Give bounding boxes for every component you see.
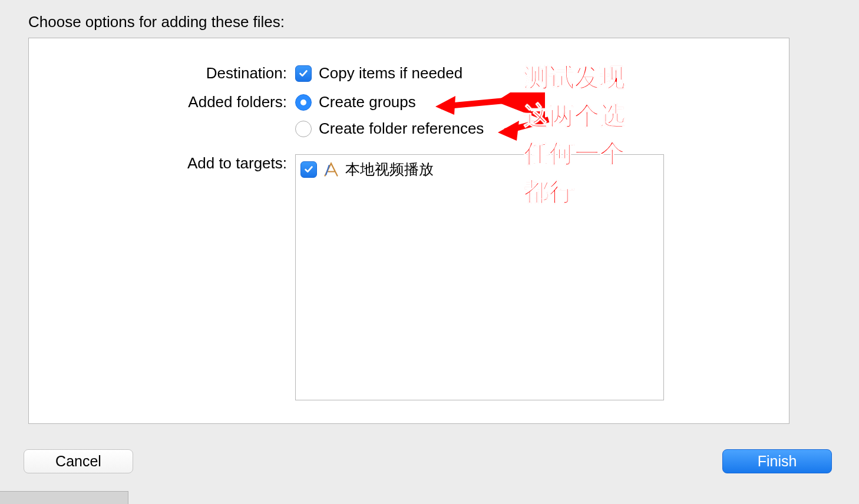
target-row[interactable]: 本地视频播放	[300, 158, 659, 180]
target-checkbox[interactable]	[300, 161, 317, 178]
dialog-title: Choose options for adding these files:	[0, 0, 859, 41]
targets-list[interactable]: 本地视频播放	[295, 154, 664, 400]
cancel-button[interactable]: Cancel	[24, 449, 133, 473]
destination-label: Destination:	[29, 64, 295, 82]
radio-dot-icon	[300, 100, 306, 105]
create-folder-refs-label: Create folder references	[319, 120, 484, 138]
destination-row: Destination: Copy items if needed	[29, 64, 789, 82]
options-panel: Destination: Copy items if needed Added …	[28, 38, 789, 424]
finish-button[interactable]: Finish	[722, 449, 832, 473]
add-to-targets-label: Add to targets:	[29, 154, 295, 173]
checkmark-icon	[303, 164, 314, 175]
checkmark-icon	[298, 68, 309, 79]
app-icon	[323, 161, 339, 178]
copy-items-label: Copy items if needed	[319, 64, 462, 82]
bottom-strip	[0, 491, 128, 504]
added-folders-label: Added folders:	[29, 93, 295, 111]
create-folder-refs-radio[interactable]	[295, 121, 312, 137]
create-groups-label: Create groups	[319, 93, 416, 111]
button-bar: Cancel Finish	[0, 449, 859, 473]
target-name: 本地视频播放	[345, 160, 434, 179]
added-folders-row: Added folders: Create groups Create fold…	[29, 93, 789, 138]
create-groups-radio[interactable]	[295, 94, 312, 111]
copy-items-checkbox[interactable]	[295, 65, 312, 82]
add-to-targets-row: Add to targets: 本地视频播放	[29, 154, 789, 400]
